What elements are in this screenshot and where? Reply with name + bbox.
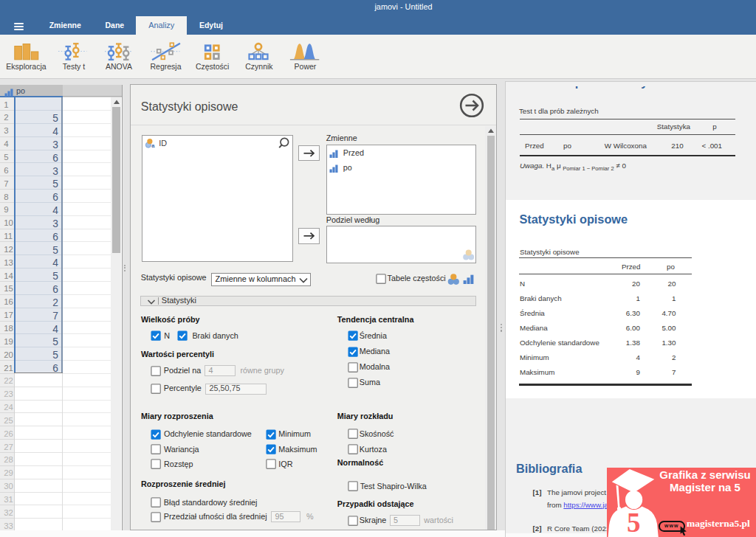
svg-text:5: 5 — [627, 507, 641, 537]
svg-text:a: a — [151, 142, 155, 149]
